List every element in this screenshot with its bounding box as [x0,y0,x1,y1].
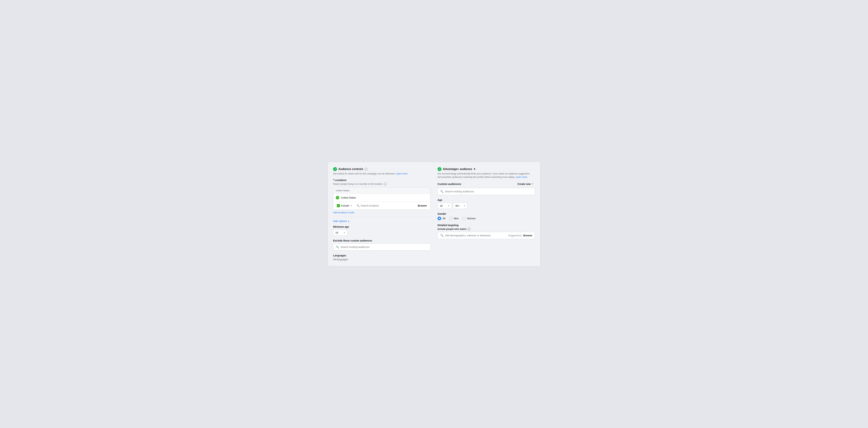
detailed-targeting-label: Detailed targeting [438,224,535,226]
include-label: Include [341,204,349,207]
exclude-search-icon: 🔍 [336,245,339,249]
custom-audiences-header: Custom audiences Create new ▼ [438,182,535,186]
gender-men-label: Men [454,217,459,220]
location-check-icon [336,196,339,200]
audience-controls-info-icon[interactable]: i [365,168,368,171]
advantage-description: Our ad technology automatically finds yo… [438,172,535,179]
search-locations-icon: 🔍 [356,204,360,207]
include-people-label: Include people who match [438,228,466,230]
search-locations-wrapper: 🔍 [355,204,414,207]
minimum-age-dropdown-wrapper: 18 21 25 [333,230,430,236]
advantage-plus-icon: ✦ [473,167,476,171]
gender-all-radio[interactable] [438,217,441,220]
location-controls: ✓ Include ▼ 🔍 Browse [333,202,430,210]
create-new-button[interactable]: Create new ▼ [516,182,535,186]
locations-sublabel: Reach people living in or recently in th… [333,183,430,185]
gender-label: Gender [438,212,535,215]
exclude-audiences-label: Exclude these custom audiences [333,239,430,242]
audience-controls-learn-more[interactable]: Learn more [396,172,407,175]
hide-options-link[interactable]: Hide options ▲ [333,220,430,222]
create-new-chevron-icon: ▼ [532,183,533,185]
page-container: Audience controls i Set criteria for whe… [328,162,540,266]
age-max-select[interactable]: 65+ 55 45 [453,203,467,209]
hide-options-label: Hide options [333,220,347,222]
minimum-age-label: Minimum age [333,225,430,228]
custom-audiences-title: Custom audiences [438,182,461,185]
gender-options: All Men Women [438,217,535,220]
gender-section: Gender All Men Women [438,212,535,220]
gender-women-radio[interactable] [462,217,466,220]
detailed-targeting-section: Detailed targeting Include people who ma… [438,224,535,239]
exclude-audiences-section: Exclude these custom audiences 🔍 [333,239,430,250]
custom-audiences-search-icon: 🔍 [440,190,443,193]
create-new-label: Create new [517,183,531,185]
custom-audiences-input[interactable] [445,190,532,193]
search-locations-input[interactable] [361,204,413,207]
minimum-age-section: Minimum age 18 21 25 [333,225,430,236]
age-max-dropdown[interactable]: 65+ 55 45 [453,203,467,209]
location-item: United States [333,194,430,202]
targeting-search-icon: 🔍 [440,234,443,237]
advantage-title: Advantage+ audience [443,167,472,171]
audience-controls-check-icon [333,167,337,171]
location-name: United States [341,196,356,199]
advantage-audience-header: Advantage+ audience ✦ [438,167,535,171]
age-dropdowns: 18 21 25 65+ 55 45 [438,203,535,209]
gender-men-option[interactable]: Men [449,217,459,220]
location-box: United States United States ✓ Include ▼ … [333,187,430,210]
minimum-age-dropdown[interactable]: 18 21 25 [333,230,347,236]
gender-men-radio[interactable] [449,217,453,220]
location-header: United States [333,187,430,194]
audience-controls-title: Audience controls [338,167,363,171]
browse-locations-button[interactable]: Browse [416,204,428,208]
age-label: Age [438,198,535,202]
targeting-browse-button[interactable]: Browse [523,234,532,237]
advantage-title-row: Advantage+ audience ✦ [443,167,476,171]
languages-section: Languages All languages [333,254,430,261]
audience-controls-header: Audience controls i [333,167,430,171]
advantage-learn-more[interactable]: Learn more [516,176,527,178]
include-people-row: Include people who match i [438,228,535,231]
age-section: Age 18 21 25 65+ 55 45 [438,198,535,209]
age-min-dropdown[interactable]: 18 21 25 [438,203,452,209]
minimum-age-select[interactable]: 18 21 25 [333,230,347,236]
audience-controls-description: Set criteria for where ads for this camp… [333,172,430,175]
custom-audiences-search-box: 🔍 [438,188,535,195]
targeting-search-input[interactable] [445,234,507,237]
age-min-select[interactable]: 18 21 25 [438,203,452,209]
suggestions-link[interactable]: Suggestions [508,234,522,237]
gender-all-label: All [442,217,445,220]
add-locations-bulk-link[interactable]: Add locations in bulk [333,211,354,214]
include-chevron-icon: ▼ [350,205,352,207]
detailed-targeting-info-icon[interactable]: i [467,228,470,231]
languages-value: All languages [333,258,430,261]
hide-options-chevron-icon: ▲ [348,220,349,222]
left-panel: Audience controls i Set criteria for whe… [333,167,430,261]
targeting-search-box: 🔍 Suggestions Browse [438,232,535,239]
exclude-audiences-input[interactable] [341,246,428,248]
gender-women-label: Women [467,217,476,220]
include-button[interactable]: ✓ Include ▼ [335,203,353,208]
gender-women-option[interactable]: Women [462,217,476,220]
right-panel: Advantage+ audience ✦ Our ad technology … [438,167,535,261]
locations-info-icon[interactable]: i [384,183,386,185]
locations-label: Locations [333,179,430,182]
include-shield-icon: ✓ [337,204,340,207]
languages-label: Languages [333,254,430,257]
gender-all-option[interactable]: All [438,217,445,220]
advantage-check-icon [438,167,441,171]
exclude-audiences-search-box: 🔍 [333,243,430,250]
